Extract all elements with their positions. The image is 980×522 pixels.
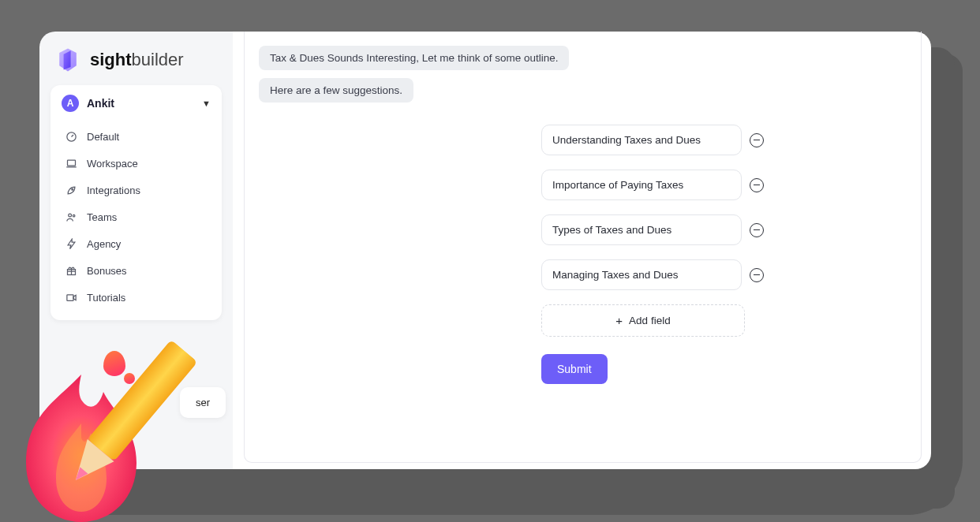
suggestion-field[interactable]: Understanding Taxes and Dues [541,125,742,155]
nav-label: Bonuses [87,265,127,277]
user-card: A Ankit ▼ Default Works [50,85,222,320]
sidebar-item-agency[interactable]: Agency [57,230,215,257]
people-icon [65,211,77,223]
suggestion-row: Importance of Paying Taxes [541,170,764,200]
suggestion-row: Types of Taxes and Dues [541,214,764,245]
avatar: A [62,95,79,112]
sidebar-item-integrations[interactable]: Integrations [57,177,215,203]
gift-icon [65,264,77,277]
submit-button[interactable]: Submit [541,354,608,384]
sidebar-item-bonuses[interactable]: Bonuses [57,257,215,284]
sidebar-item-workspace[interactable]: Workspace [57,150,215,177]
partial-button[interactable]: ser [180,387,226,418]
content-panel: Tax & Dues Sounds Interesting, Let me th… [244,32,922,463]
logo-icon [54,46,82,74]
nav-label: Teams [87,211,117,223]
suggestion-field[interactable]: Types of Taxes and Dues [541,214,742,245]
suggestions-list: Understanding Taxes and Dues Importance … [541,125,764,384]
suggestion-row: Understanding Taxes and Dues [541,125,764,155]
chat-bubble: Tax & Dues Sounds Interesting, Let me th… [259,46,569,70]
brand-text: sightbuilder [90,50,184,70]
nav-label: Integrations [87,185,140,196]
sidebar-item-default[interactable]: Default [57,123,215,150]
nav-label: Tutorials [87,292,125,304]
nav-label: Workspace [87,158,138,170]
bolt-icon [65,237,77,250]
suggestion-field[interactable]: Managing Taxes and Dues [541,259,742,290]
add-field-button[interactable]: + Add field [541,304,745,337]
svg-rect-6 [66,294,73,300]
brand-logo: sightbuilder [50,43,222,85]
remove-icon[interactable] [750,178,764,192]
svg-point-2 [71,188,73,190]
suggestion-field[interactable]: Importance of Paying Taxes [541,170,742,200]
user-name: Ankit [87,97,202,110]
svg-rect-1 [67,160,75,166]
svg-point-3 [68,214,71,217]
app-window: sightbuilder A Ankit ▼ Default [39,32,931,469]
nav-list: Default Workspace Integrations [57,120,215,314]
rocket-icon [65,184,77,196]
sidebar-item-teams[interactable]: Teams [57,203,215,230]
add-field-label: Add field [629,315,671,326]
remove-icon[interactable] [750,223,764,237]
main-area: Tax & Dues Sounds Interesting, Let me th… [233,32,931,469]
remove-icon[interactable] [750,133,764,147]
sidebar-item-tutorials[interactable]: Tutorials [57,284,215,311]
remove-icon[interactable] [750,268,764,282]
chevron-down-icon: ▼ [202,99,211,108]
sidebar: sightbuilder A Ankit ▼ Default [39,32,233,469]
suggestion-row: Managing Taxes and Dues [541,259,764,290]
nav-label: Agency [87,238,121,250]
gauge-icon [65,130,77,143]
chat-bubble: Here are a few suggestions. [259,78,413,103]
video-icon [65,291,77,304]
nav-label: Default [87,131,119,143]
user-dropdown[interactable]: A Ankit ▼ [57,91,215,120]
svg-point-4 [73,214,75,217]
plus-icon: + [615,314,623,327]
laptop-icon [65,157,77,170]
